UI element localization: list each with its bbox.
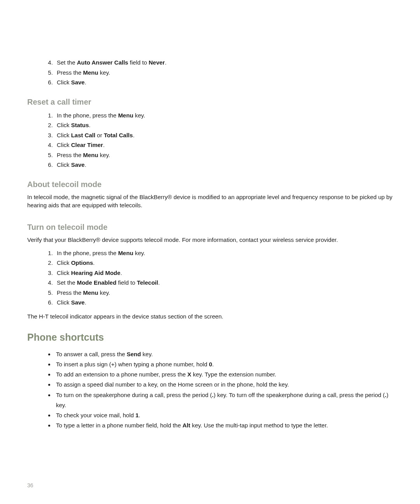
list-item: Press the Menu key. — [54, 68, 393, 78]
bold-text: Send — [127, 351, 141, 357]
phone-shortcuts-list: To answer a call, press the Send key. To… — [27, 349, 393, 431]
text: key. — [98, 152, 110, 158]
text: Click — [57, 299, 71, 306]
list-item: In the phone, press the Menu key. — [54, 248, 393, 258]
text: To assign a speed dial number to a key, … — [56, 381, 289, 388]
bold-text: Save — [71, 161, 85, 168]
list-item: To type a letter in a phone number field… — [54, 420, 393, 430]
bold-text: Menu — [118, 250, 133, 256]
text: . — [139, 412, 140, 418]
text: To add an extension to a phone number, p… — [56, 371, 187, 378]
bold-text: Status — [71, 122, 89, 128]
text: . — [89, 122, 91, 128]
bold-text: Options — [71, 259, 93, 266]
text: . — [85, 161, 86, 168]
list-item: To add an extension to a phone number, p… — [54, 369, 393, 380]
list-item: Press the Menu key. — [54, 150, 393, 160]
list-item: To assign a speed dial number to a key, … — [54, 380, 393, 390]
list-item: Click Save. — [54, 160, 393, 170]
bold-text: Last Call — [71, 132, 96, 138]
document-page: Set the Auto Answer Calls field to Never… — [0, 0, 420, 504]
text: key. — [133, 250, 145, 256]
text: key. — [98, 69, 110, 76]
text: To turn on the speakerphone during a cal… — [56, 392, 212, 398]
text: . — [165, 59, 166, 66]
bold-text: Hearing Aid Mode — [71, 270, 121, 276]
list-item: Click Clear Timer. — [54, 140, 393, 150]
bold-text: Menu — [118, 112, 133, 119]
bold-text: Total Calls — [104, 132, 133, 138]
text: Click — [57, 79, 71, 86]
bold-text: 0 — [209, 361, 212, 368]
text: . — [85, 299, 86, 306]
bold-text: Alt — [182, 422, 190, 429]
bold-text: Menu — [83, 152, 98, 158]
bold-text: Auto Answer Calls — [77, 59, 128, 66]
page-number: 36 — [27, 482, 33, 488]
bold-text: Save — [71, 79, 85, 86]
bold-text: Menu — [83, 289, 98, 296]
bold-text: 1 — [135, 412, 138, 418]
text: . — [103, 142, 105, 148]
text: key. — [133, 112, 145, 119]
list-item: Press the Menu key. — [54, 288, 393, 298]
text: Click — [57, 122, 71, 128]
text: . — [212, 361, 214, 368]
text: Click — [57, 161, 71, 168]
auto-answer-list: Set the Auto Answer Calls field to Never… — [27, 58, 393, 88]
text: Press the — [57, 289, 83, 296]
list-item: To check your voice mail, hold 1. — [54, 410, 393, 420]
list-item: Click Hearing Aid Mode. — [54, 268, 393, 278]
heading-reset-call-timer: Reset a call timer — [27, 98, 393, 107]
list-item: Click Save. — [54, 77, 393, 88]
list-item: Click Options. — [54, 258, 393, 268]
text: field to — [116, 279, 137, 286]
turn-on-outro-paragraph: The H-T telecoil indicator appears in th… — [27, 312, 393, 321]
text: . — [93, 259, 94, 266]
list-item: Click Status. — [54, 120, 393, 130]
heading-turn-on-telecoil: Turn on telecoil mode — [27, 223, 393, 232]
text: Set the — [57, 59, 77, 66]
text: . — [158, 279, 160, 286]
text: In the phone, press the — [57, 112, 118, 119]
list-item: Set the Mode Enabled field to Telecoil. — [54, 278, 393, 288]
text: Press the — [57, 152, 83, 158]
turn-on-telecoil-list: In the phone, press the Menu key. Click … — [27, 248, 393, 308]
bold-text: Save — [71, 299, 85, 306]
text: field to — [128, 59, 149, 66]
bold-text: Mode Enabled — [77, 279, 117, 286]
text: Click — [57, 259, 71, 266]
text: Click — [57, 132, 71, 138]
list-item: Set the Auto Answer Calls field to Never… — [54, 58, 393, 68]
text: To check your voice mail, hold — [56, 412, 135, 418]
heading-about-telecoil: About telecoil mode — [27, 180, 393, 189]
text: In the phone, press the — [57, 250, 118, 256]
bold-text: X — [187, 371, 191, 378]
list-item: To insert a plus sign (+) when typing a … — [54, 359, 393, 369]
bold-text: Never — [149, 59, 165, 66]
text: ) key. To turn off the speakerphone duri… — [214, 392, 385, 398]
turn-on-intro-paragraph: Verify that your BlackBerry® device supp… — [27, 236, 393, 244]
text: Set the — [57, 279, 77, 286]
reset-call-timer-list: In the phone, press the Menu key. Click … — [27, 110, 393, 170]
list-item: In the phone, press the Menu key. — [54, 110, 393, 121]
text: To answer a call, press the — [56, 351, 127, 357]
bold-text: Clear Timer — [71, 142, 103, 148]
text: Press the — [57, 69, 83, 76]
bold-text: Menu — [83, 69, 98, 76]
list-item: To turn on the speakerphone during a cal… — [54, 390, 393, 411]
text: Click — [57, 142, 71, 148]
text: key. Type the extension number. — [191, 371, 276, 378]
list-item: To answer a call, press the Send key. — [54, 349, 393, 359]
text: . — [85, 79, 86, 86]
text: To insert a plus sign (+) when typing a … — [56, 361, 209, 368]
text: . — [133, 132, 135, 138]
text: Click — [57, 270, 71, 276]
text: . — [121, 270, 122, 276]
about-telecoil-paragraph: In telecoil mode, the magnetic signal of… — [27, 193, 393, 210]
list-item: Click Last Call or Total Calls. — [54, 130, 393, 140]
bold-text: Telecoil — [137, 279, 158, 286]
text: key. — [141, 351, 153, 357]
heading-phone-shortcuts: Phone shortcuts — [27, 332, 393, 343]
list-item: Click Save. — [54, 298, 393, 308]
